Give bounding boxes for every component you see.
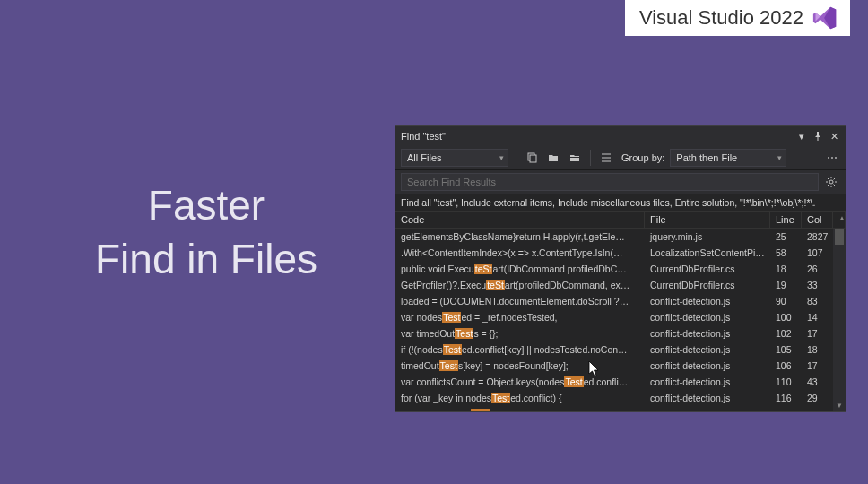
result-row[interactable]: getElementsByClassName}return H.apply(r,… (395, 229, 846, 245)
result-code: var item = nodesTested.conflict[_key]; (395, 406, 645, 411)
result-row[interactable]: var conflictsCount = Object.keys(nodesTe… (395, 374, 846, 390)
result-file: conflict-detection.js (645, 309, 770, 325)
result-file: conflict-detection.js (645, 358, 770, 374)
headline-line1: Faster (54, 179, 359, 233)
toolbar: All Files Group by: Path then File ⋯ (395, 146, 846, 170)
result-row[interactable]: timedOutTests[key] = nodesFound[key];con… (395, 358, 846, 374)
result-line: 25 (770, 229, 802, 245)
result-code: getElementsByClassName}return H.apply(r,… (395, 229, 645, 245)
result-file: jquery.min.js (645, 229, 770, 245)
result-file: CurrentDbProfiler.cs (645, 277, 770, 293)
result-code: timedOutTests[key] = nodesFound[key]; (395, 358, 645, 374)
result-row[interactable]: var timedOutTests = {};conflict-detectio… (395, 325, 846, 341)
result-line: 19 (770, 277, 802, 293)
scroll-down-icon[interactable]: ▼ (833, 399, 846, 411)
result-row[interactable]: .With<ContentItemIndex>(x => x.ContentTy… (395, 245, 846, 261)
close-icon[interactable]: ✕ (828, 130, 840, 143)
search-input[interactable] (401, 173, 819, 191)
more-icon[interactable]: ⋯ (824, 150, 840, 166)
settings-icon[interactable] (822, 173, 840, 191)
result-col: 26 (802, 261, 833, 277)
product-label: Visual Studio 2022 (639, 6, 803, 30)
svg-point-2 (829, 180, 833, 184)
result-file: conflict-detection.js (645, 293, 770, 309)
window-menu-icon[interactable]: ▾ (795, 130, 808, 143)
list-icon[interactable] (598, 150, 614, 166)
result-code: var timedOutTests = {}; (395, 325, 645, 341)
result-file: conflict-detection.js (645, 406, 770, 411)
results-list: getElementsByClassName}return H.apply(r,… (395, 229, 846, 411)
result-code: if (!(nodesTested.conflict[key] || nodes… (395, 341, 645, 358)
header-code[interactable]: Code (395, 212, 645, 228)
result-line: 102 (770, 325, 802, 341)
result-line: 100 (770, 309, 802, 325)
result-code: var conflictsCount = Object.keys(nodesTe… (395, 374, 645, 390)
panel-title: Find "test" (401, 131, 446, 142)
group-by-dropdown[interactable]: Path then File (670, 149, 786, 167)
header-file[interactable]: File (645, 212, 770, 228)
result-line: 117 (770, 406, 802, 411)
result-file: conflict-detection.js (645, 374, 770, 390)
results-header: Code File Line Col ▲ (395, 212, 846, 229)
result-row[interactable]: for (var _key in nodesTested.conflict) {… (395, 390, 846, 406)
result-col: 18 (802, 341, 833, 358)
search-row (395, 170, 846, 194)
result-code: loaded = (DOCUMENT.documentElement.doScr… (395, 293, 645, 309)
result-line: 110 (770, 374, 802, 390)
pin-icon[interactable] (812, 130, 824, 143)
result-line: 116 (770, 390, 802, 406)
result-code: var nodesTested = _ref.nodesTested, (395, 309, 645, 325)
result-row[interactable]: var item = nodesTested.conflict[_key];co… (395, 406, 846, 411)
result-code: public void ExecuteStart(IDbCommand prof… (395, 261, 645, 277)
result-col: 43 (802, 374, 833, 390)
result-row[interactable]: loaded = (DOCUMENT.documentElement.doScr… (395, 293, 846, 309)
folder-closed-icon[interactable] (567, 150, 583, 166)
result-row[interactable]: var nodesTested = _ref.nodesTested,confl… (395, 309, 846, 325)
result-file: CurrentDbProfiler.cs (645, 261, 770, 277)
result-col: 25 (802, 406, 833, 411)
result-col: 33 (802, 277, 833, 293)
scrollbar[interactable]: ▼ (833, 229, 846, 411)
visual-studio-logo-icon (812, 5, 838, 30)
copy-icon[interactable] (524, 150, 540, 166)
divider (590, 150, 591, 166)
scroll-up-icon[interactable]: ▲ (833, 212, 846, 228)
result-row[interactable]: GetProfiler()?.ExecuteStart(profiledDbCo… (395, 277, 846, 293)
result-code: .With<ContentItemIndex>(x => x.ContentTy… (395, 245, 645, 261)
result-file: conflict-detection.js (645, 390, 770, 406)
divider (516, 150, 516, 166)
find-results-panel: Find "test" ▾ ✕ All Files Group by: Path… (395, 125, 846, 412)
result-col: 17 (802, 358, 833, 374)
scope-dropdown[interactable]: All Files (401, 149, 508, 167)
result-col: 29 (802, 390, 833, 406)
header-col[interactable]: Col (802, 212, 833, 228)
product-badge: Visual Studio 2022 (625, 0, 850, 36)
svg-rect-1 (530, 155, 536, 162)
result-col: 107 (802, 245, 833, 261)
panel-titlebar[interactable]: Find "test" ▾ ✕ (395, 126, 846, 146)
result-col: 2827 (802, 229, 833, 245)
slide-headline: Faster Find in Files (54, 179, 359, 287)
result-col: 17 (802, 325, 833, 341)
result-line: 18 (770, 261, 802, 277)
result-file: LocalizationSetContentPic… (645, 245, 770, 261)
result-code: for (var _key in nodesTested.conflict) { (395, 390, 645, 406)
result-line: 106 (770, 358, 802, 374)
result-line: 90 (770, 293, 802, 309)
headline-line2: Find in Files (54, 233, 359, 287)
result-col: 83 (802, 293, 833, 309)
result-row[interactable]: public void ExecuteStart(IDbCommand prof… (395, 261, 846, 277)
result-line: 58 (770, 245, 802, 261)
result-file: conflict-detection.js (645, 341, 770, 358)
scroll-thumb[interactable] (835, 229, 844, 245)
folder-open-icon[interactable] (545, 150, 561, 166)
group-by-label: Group by: (621, 152, 664, 163)
result-row[interactable]: if (!(nodesTested.conflict[key] || nodes… (395, 341, 846, 358)
result-col: 14 (802, 309, 833, 325)
result-line: 105 (770, 341, 802, 358)
result-code: GetProfiler()?.ExecuteStart(profiledDbCo… (395, 277, 645, 293)
header-line[interactable]: Line (770, 212, 802, 228)
result-file: conflict-detection.js (645, 325, 770, 341)
summary-line: Find all "test", Include external items,… (395, 194, 846, 212)
